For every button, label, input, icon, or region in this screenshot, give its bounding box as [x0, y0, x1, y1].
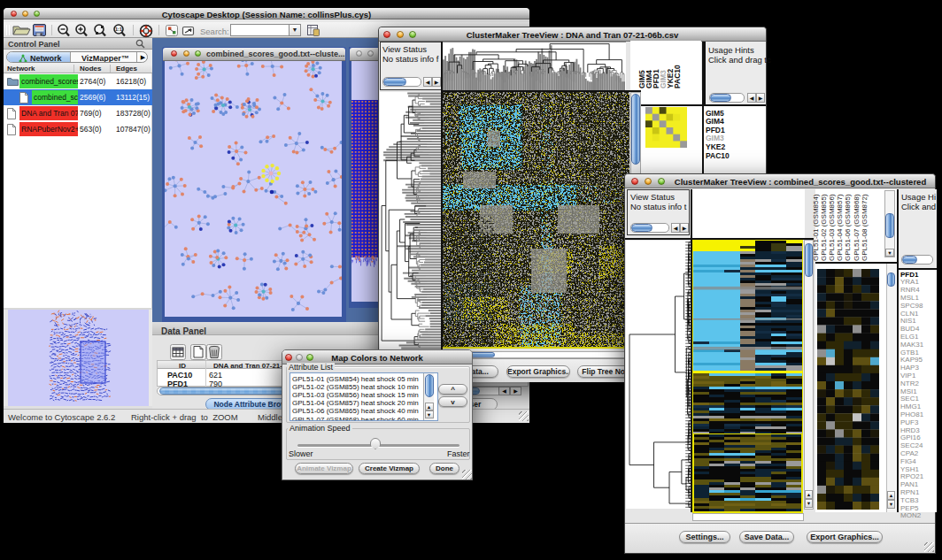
svg-text:1:1: 1:1	[115, 27, 122, 32]
